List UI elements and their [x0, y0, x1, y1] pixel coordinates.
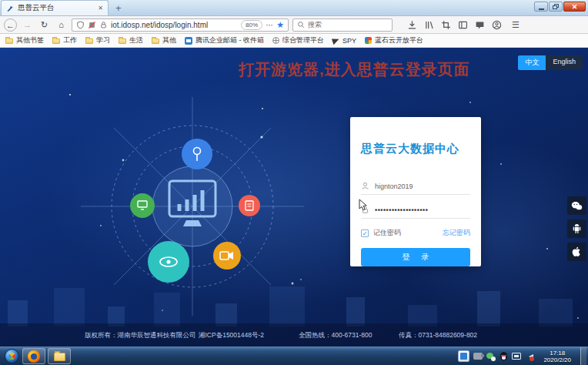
tray-hidden-icons[interactable] — [458, 350, 469, 362]
window-controls: ✕ — [534, 2, 586, 12]
remember-row: ✓ 记住密码 忘记密码 — [361, 228, 470, 238]
taskbar-explorer-button[interactable] — [48, 348, 71, 364]
bookmark-tencent-mail[interactable]: 腾讯企业邮箱 - 收件箱 — [185, 35, 264, 45]
tray-device-icon[interactable] — [473, 353, 483, 360]
back-button[interactable]: ← — [4, 18, 17, 32]
password-field[interactable] — [361, 202, 470, 219]
language-chinese-button[interactable]: 中文 — [518, 55, 546, 70]
monitor-node — [130, 193, 155, 218]
shield-icon[interactable] — [76, 21, 85, 29]
explorer-folder-icon — [54, 353, 65, 361]
language-switcher: 中文 English — [518, 55, 583, 70]
dart-icon — [332, 36, 340, 44]
username-field[interactable] — [361, 178, 470, 195]
android-app-button[interactable] — [567, 219, 586, 238]
bookmark-lanshi-cloud[interactable]: 蓝石云开放平台 — [365, 35, 423, 45]
ios-app-button[interactable] — [567, 243, 586, 261]
browser-titlebar: 思普云平台 ✕ + ✕ — [0, 0, 588, 16]
browser-toolbar: ← → ↻ ⌂ iot.idosp.net/idosp/login.html 8… — [0, 16, 588, 34]
bookmark-spy[interactable]: SPY — [332, 37, 356, 45]
blocked-plugin-icon[interactable] — [88, 21, 96, 29]
system-tray: 17:18 2020/2/20 — [458, 347, 586, 365]
close-button[interactable]: ✕ — [563, 2, 586, 12]
windows-logo-icon — [7, 351, 17, 361]
folder-icon — [52, 39, 60, 44]
home-button[interactable]: ⌂ — [55, 18, 68, 32]
search-input[interactable] — [308, 21, 377, 28]
start-button[interactable] — [5, 349, 19, 363]
language-english-button[interactable]: English — [546, 55, 583, 70]
username-input[interactable] — [375, 182, 459, 190]
forward-button[interactable]: → — [21, 18, 34, 32]
bookmark-folder-misc[interactable]: 其他 — [152, 35, 176, 45]
feature-orbit-graphic — [38, 91, 346, 322]
password-input[interactable] — [375, 206, 459, 214]
tutorial-annotation: 打开游览器,进入思普云登录页面 — [239, 59, 470, 80]
wechat-button[interactable] — [567, 196, 586, 215]
tab-title: 思普云平台 — [18, 3, 94, 13]
bookmark-folder-other-bookmarks[interactable]: 其他书签 — [5, 35, 44, 45]
reload-button[interactable]: ↻ — [38, 18, 51, 32]
message-bubble-icon[interactable] — [475, 20, 485, 30]
taskbar-firefox-button[interactable] — [22, 348, 45, 364]
zoom-level-indicator[interactable]: 80% — [241, 20, 262, 30]
restore-button[interactable] — [549, 2, 563, 12]
mail-icon — [185, 37, 192, 45]
minimize-button[interactable] — [534, 2, 548, 12]
bookmark-folder-life[interactable]: 生活 — [119, 35, 143, 45]
download-icon[interactable] — [407, 20, 417, 30]
eye-node — [148, 241, 189, 283]
screenshot-icon[interactable] — [441, 20, 451, 30]
tray-volume-muted-icon[interactable] — [525, 352, 534, 361]
sidebar-icon[interactable] — [458, 20, 468, 30]
folder-icon — [152, 39, 159, 44]
app-download-rail — [567, 196, 586, 261]
browser-tab[interactable]: 思普云平台 ✕ — [1, 0, 109, 15]
page-actions-icon[interactable]: ⋯ — [266, 21, 273, 29]
library-icon[interactable] — [424, 20, 434, 30]
clock-time: 17:18 — [550, 350, 565, 357]
globe-icon — [272, 37, 279, 44]
map-pin-node — [182, 139, 212, 169]
taskbar-clock[interactable]: 17:18 2020/2/20 — [538, 350, 576, 363]
forgot-password-link[interactable]: 忘记密码 — [443, 228, 470, 238]
tray-app-icon — [460, 353, 467, 360]
bookmark-management-platform[interactable]: 综合管理平台 — [272, 35, 324, 45]
bookmark-folder-study[interactable]: 学习 — [85, 35, 110, 45]
grid-icon — [365, 37, 372, 44]
bookmark-star-icon[interactable]: ★ — [276, 20, 284, 30]
folder-icon — [119, 39, 126, 44]
toolbar-icons: ☰ — [407, 20, 520, 30]
login-card: 思普云大数据中心 ✓ 记住密码 忘记密码 登 录 — [350, 117, 481, 266]
search-icon — [297, 21, 305, 28]
clock-date: 2020/2/20 — [543, 357, 571, 363]
url-bar[interactable]: iot.idosp.net/idosp/login.html 80% ⋯ ★ — [72, 18, 289, 32]
apple-icon — [572, 246, 582, 257]
tray-qq-icon[interactable] — [499, 352, 508, 361]
login-button[interactable]: 登 录 — [361, 248, 470, 266]
tab-favicon — [6, 5, 14, 12]
desktop-screen: 思普云平台 ✕ + ✕ ← → ↻ ⌂ iot.idosp.net/idosp/… — [0, 0, 588, 365]
windows-taskbar: 17:18 2020/2/20 — [0, 347, 588, 365]
tab-close-icon[interactable]: ✕ — [98, 5, 103, 12]
remember-checkbox[interactable]: ✓ — [361, 229, 369, 237]
url-text[interactable]: iot.idosp.net/idosp/login.html — [111, 21, 238, 29]
folder-icon — [5, 39, 13, 44]
firefox-icon — [28, 350, 40, 363]
footer-hotline: 全国热线：400-6731-800 — [299, 331, 372, 340]
new-tab-button[interactable]: + — [109, 2, 129, 15]
show-desktop-button[interactable] — [580, 347, 586, 365]
login-page: 中文 English 打开游览器,进入思普云登录页面 — [0, 48, 588, 347]
search-box[interactable] — [292, 18, 393, 32]
tray-wechat-icon[interactable] — [486, 352, 496, 361]
document-node — [239, 195, 260, 216]
bookmarks-bar: 其他书签 工作 学习 生活 其他 腾讯企业邮箱 - 收件箱 综合管理平台 SPY… — [0, 34, 588, 48]
bookmark-folder-work[interactable]: 工作 — [52, 35, 77, 45]
video-camera-node — [213, 242, 241, 270]
menu-icon[interactable]: ☰ — [512, 20, 520, 30]
wechat-icon — [571, 201, 583, 211]
account-icon[interactable] — [492, 20, 502, 30]
insecure-lock-icon[interactable] — [99, 21, 108, 29]
tray-display-icon[interactable] — [512, 353, 521, 360]
android-icon — [572, 223, 582, 234]
